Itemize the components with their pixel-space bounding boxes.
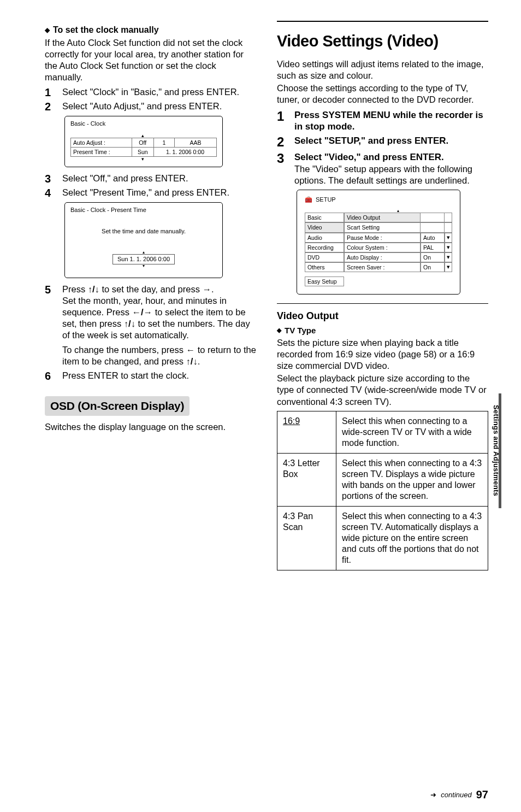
setup-value: On: [421, 262, 445, 272]
intro-para-2: Choose the settings according to the typ…: [277, 83, 488, 105]
dropdown-arrow-icon: ▾: [445, 243, 452, 252]
step-6: 6 Press ENTER to start the clock.: [45, 370, 256, 382]
r-step-3: 3 Select "Video," and press ENTER. The "…: [277, 151, 488, 186]
left-right-arrow-icon: ←/→: [132, 307, 153, 317]
step-number: 2: [45, 101, 55, 113]
option-description: Select this when connecting to a 4:3 scr…: [336, 506, 488, 570]
setup-value: Auto: [421, 233, 445, 243]
setup-item: Screen Saver :: [344, 262, 421, 272]
up-down-arrow-icon: ↑/↓: [88, 284, 99, 294]
step-number: 1: [45, 86, 55, 98]
step-text: Select "Auto Adjust," and press ENTER.: [62, 101, 256, 113]
page-number: 97: [476, 787, 488, 802]
toolbox-icon: 🧰: [305, 196, 312, 204]
shot-title: Basic - Clock: [70, 120, 217, 128]
video-output-heading: Video Output: [277, 309, 488, 322]
setup-value: PAL: [421, 243, 445, 252]
setup-item: Colour System :: [344, 243, 421, 252]
option-key: 4:3 LetterBox: [277, 453, 336, 506]
shot-table: ▴ Auto Adjust : Off 1 AAB Present Time :…: [70, 133, 217, 161]
ui-screenshot-setup: 🧰 SETUP ▴BasicVideo OutputVideoScart Set…: [297, 190, 460, 295]
side-tab: Settings and Adjustments: [490, 393, 501, 508]
step-3: 3 Select "Off," and press ENTER.: [45, 173, 256, 185]
r-step-2: 2 Select "SETUP," and press ENTER.: [277, 135, 488, 149]
step-text: Press ENTER to start the clock.: [62, 370, 256, 382]
step-text: Select "Video," and press ENTER. The "Vi…: [294, 151, 488, 186]
diamond-icon: ◆: [277, 326, 281, 334]
time-box: Sun 1. 1. 2006 0:00: [113, 254, 175, 264]
intro-para-1: Video settings will adjust items related…: [277, 58, 488, 81]
dropdown-arrow-icon: ▾: [445, 252, 452, 262]
tv-type-subhead: ◆ TV Type: [277, 325, 488, 336]
ui-screenshot-present-time: Basic - Clock - Present Time Set the tim…: [64, 202, 223, 278]
step-2: 2 Select "Auto Adjust," and press ENTER.: [45, 101, 256, 113]
section-rule: [277, 21, 488, 22]
setup-value: [421, 222, 445, 232]
side-tab-bar: [499, 393, 501, 508]
up-down-arrow-icon: ↑/↓: [186, 356, 198, 366]
option-description: Select this when connecting to a 4:3 scr…: [336, 453, 488, 506]
dropdown-arrow-icon: [445, 213, 452, 222]
dropdown-arrow-icon: [445, 222, 452, 232]
dropdown-arrow-icon: ▾: [445, 233, 452, 243]
setup-item: Scart Setting: [344, 222, 421, 232]
row-value: Sun: [132, 148, 153, 157]
tv-type-options-table: 16:9Select this when connecting to a wid…: [277, 411, 488, 570]
option-key: 16:9: [277, 411, 336, 453]
setup-grid: ▴BasicVideo OutputVideoScart SettingAudi…: [305, 209, 452, 272]
row-value: 1. 1. 2006 0:00: [153, 148, 216, 157]
setup-value: On: [421, 252, 445, 262]
video-settings-heading: Video Settings (Video): [277, 31, 488, 52]
setup-value: [421, 213, 445, 222]
option-description: Select this when connecting to a wide-sc…: [336, 411, 488, 453]
setup-item: Video Output: [344, 213, 421, 222]
setup-label: SETUP: [316, 196, 336, 204]
row-label: Present Time :: [71, 148, 132, 157]
continued-arrow-icon: ➜: [430, 790, 436, 800]
up-down-arrow-icon: ↑/↓: [124, 319, 135, 328]
tv-type-label: TV Type: [285, 325, 316, 336]
setup-header: 🧰 SETUP: [305, 196, 452, 204]
setup-category: Others: [305, 262, 344, 272]
step-number: 5: [45, 284, 55, 368]
step-1: 1 Select "Clock" in "Basic," and press E…: [45, 86, 256, 98]
setup-category: DVD: [305, 252, 344, 262]
setup-item: Auto Display :: [344, 252, 421, 262]
step-4: 4 Select "Present Time," and press ENTER…: [45, 187, 256, 199]
setup-category: Recording: [305, 243, 344, 252]
tv-text-2: Select the playback picture size accordi…: [277, 373, 488, 407]
step-number: 3: [277, 151, 287, 186]
r-step-1: 1 Press SYSTEM MENU while the recorder i…: [277, 109, 488, 133]
step-text: Press SYSTEM MENU while the recorder is …: [294, 109, 488, 133]
step-text: Press ↑/↓ to set the day, and press →. S…: [62, 284, 256, 368]
setup-item: Pause Mode :: [344, 233, 421, 243]
subhead-set-clock: ◆ To set the clock manually: [45, 24, 256, 36]
step-text: Select "SETUP," and press ENTER.: [294, 135, 488, 149]
left-arrow-icon: ←: [186, 345, 196, 355]
continued-label: continued: [441, 790, 471, 800]
step-number: 6: [45, 370, 55, 382]
tv-text-1: Sets the picture size when playing back …: [277, 337, 488, 372]
dropdown-arrow-icon: ▾: [445, 262, 452, 272]
easy-setup-row: Easy Setup: [305, 276, 344, 286]
step-text: Select "Off," and press ENTER.: [62, 173, 256, 185]
row-value: Off: [132, 138, 153, 147]
page-footer: ➜ continued 97: [430, 787, 488, 802]
subhead-text: To set the clock manually: [53, 24, 159, 36]
step-number: 3: [45, 173, 55, 185]
row-value: 1: [153, 138, 174, 147]
setup-category: Audio: [305, 233, 344, 243]
step-number: 4: [45, 187, 55, 199]
option-key: 4:3 PanScan: [277, 506, 336, 570]
diamond-icon: ◆: [45, 26, 50, 34]
thin-rule: [277, 303, 488, 304]
row-label: Auto Adjust :: [71, 138, 132, 147]
intro-paragraph: If the Auto Clock Set function did not s…: [45, 37, 256, 83]
osd-text: Switches the display language on the scr…: [45, 421, 256, 433]
shot-title: Basic - Clock - Present Time: [70, 206, 217, 214]
setup-category: Video: [305, 222, 344, 232]
right-arrow-icon: →: [203, 284, 212, 294]
ui-screenshot-clock: Basic - Clock ▴ Auto Adjust : Off 1 AAB …: [64, 116, 223, 167]
shot-message: Set the time and date manually.: [70, 227, 217, 236]
step-number: 2: [277, 135, 287, 149]
